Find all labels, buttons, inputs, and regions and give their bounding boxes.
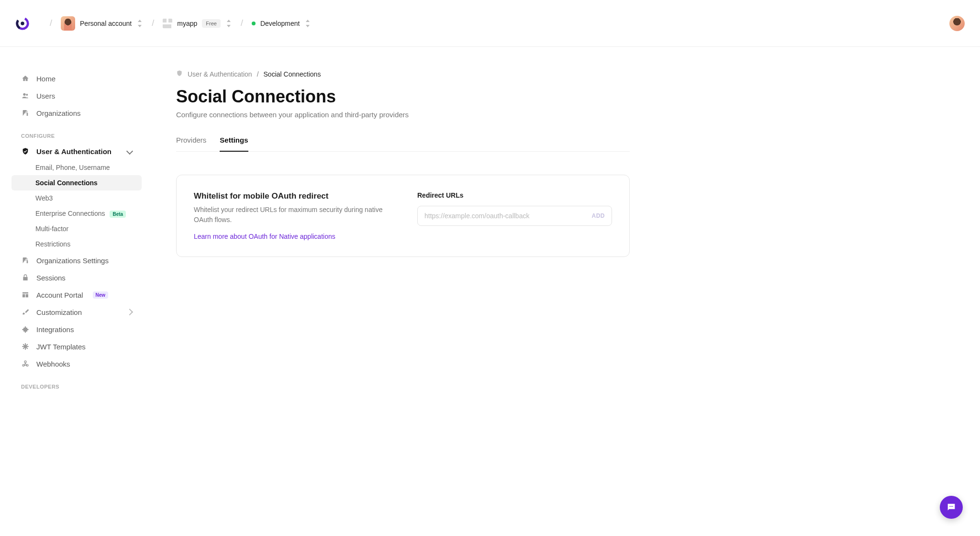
env-switcher[interactable]: Development xyxy=(252,19,312,28)
page-title: Social Connections xyxy=(176,87,630,107)
tab-providers[interactable]: Providers xyxy=(176,136,206,151)
sidebar-sub-label: Restrictions xyxy=(35,240,70,248)
sidebar-item-label: Organizations Settings xyxy=(36,257,109,265)
sidebar-item-label: Integrations xyxy=(36,325,74,334)
sidebar-item-label: Users xyxy=(36,92,55,100)
sidebar-section-configure: CONFIGURE xyxy=(11,122,142,143)
chevron-down-icon xyxy=(126,148,133,155)
new-badge: New xyxy=(93,291,109,299)
updown-icon xyxy=(136,19,143,28)
breadcrumb-current: Social Connections xyxy=(264,70,321,78)
beta-badge: Beta xyxy=(110,211,126,218)
breadcrumb-sep: / xyxy=(50,18,52,28)
main-content: User & Authentication / Social Connectio… xyxy=(153,47,660,393)
updown-icon xyxy=(225,19,232,28)
sidebar-item-label: Home xyxy=(36,75,56,83)
card-title: Whitelist for mobile OAuth redirect xyxy=(194,191,389,201)
card-description: Whitelist your redirect URLs for maximum… xyxy=(194,205,389,225)
shield-icon xyxy=(176,70,183,78)
tab-settings[interactable]: Settings xyxy=(220,136,248,152)
sidebar-item-users[interactable]: Users xyxy=(11,87,142,104)
updown-icon xyxy=(304,19,311,28)
sidebar-item-label: Webhooks xyxy=(36,360,70,368)
home-icon xyxy=(21,74,30,83)
chevron-right-icon xyxy=(126,309,133,315)
svg-point-4 xyxy=(26,94,28,96)
sidebar-item-portal[interactable]: Account Portal New xyxy=(11,286,142,303)
sidebar-item-label: Organizations xyxy=(36,109,81,117)
sidebar-sub-enterprise[interactable]: Enterprise Connections Beta xyxy=(11,206,142,221)
sidebar-sub-label: Email, Phone, Username xyxy=(35,164,110,171)
sidebar-item-customization[interactable]: Customization xyxy=(11,303,142,321)
tabs: Providers Settings xyxy=(176,136,630,152)
breadcrumb-parent[interactable]: User & Authentication xyxy=(188,70,252,78)
sidebar-item-sessions[interactable]: Sessions xyxy=(11,269,142,286)
sidebar-item-label: Customization xyxy=(36,308,82,316)
user-avatar[interactable] xyxy=(949,16,965,31)
webhook-icon xyxy=(21,359,30,368)
redirect-url-input-row: ADD xyxy=(417,206,612,226)
lock-icon xyxy=(21,273,30,282)
redirect-url-input[interactable] xyxy=(424,212,592,220)
sidebar-item-label: JWT Templates xyxy=(36,343,86,351)
sidebar-item-org-settings[interactable]: Organizations Settings xyxy=(11,252,142,269)
breadcrumb-sep: / xyxy=(257,70,259,78)
app-icon xyxy=(163,19,172,28)
sidebar-item-home[interactable]: Home xyxy=(11,70,142,87)
sidebar-sub-restrictions[interactable]: Restrictions xyxy=(11,236,142,252)
building-icon xyxy=(21,109,30,117)
sidebar-sub-label: Web3 xyxy=(35,194,53,202)
sidebar-sub-label: Enterprise Connections xyxy=(35,210,105,217)
whitelist-card: Whitelist for mobile OAuth redirect Whit… xyxy=(176,175,630,257)
asterisk-icon xyxy=(21,342,30,351)
app-label: myapp xyxy=(177,20,197,27)
paint-icon xyxy=(21,308,30,316)
learn-more-link[interactable]: Learn more about OAuth for Native applic… xyxy=(194,233,335,240)
sidebar-item-organizations[interactable]: Organizations xyxy=(11,104,142,122)
account-label: Personal account xyxy=(80,20,132,27)
breadcrumb-sep: / xyxy=(241,18,243,28)
env-label: Development xyxy=(260,20,300,27)
svg-point-2 xyxy=(21,22,24,25)
sidebar-sub-label: Social Connections xyxy=(35,179,98,187)
account-switcher[interactable]: Personal account xyxy=(61,16,143,31)
sidebar-item-user-auth[interactable]: User & Authentication xyxy=(11,143,142,160)
sidebar-item-label: User & Authentication xyxy=(36,147,111,156)
plan-badge: Free xyxy=(202,19,221,28)
sidebar: Home Users Organizations CONFIGURE User … xyxy=(0,47,153,393)
sidebar-sub-social[interactable]: Social Connections xyxy=(11,175,142,190)
sidebar-item-jwt[interactable]: JWT Templates xyxy=(11,338,142,355)
sidebar-sub-email[interactable]: Email, Phone, Username xyxy=(11,160,142,175)
sidebar-item-webhooks[interactable]: Webhooks xyxy=(11,355,142,372)
breadcrumb: User & Authentication / Social Connectio… xyxy=(176,70,630,78)
puzzle-icon xyxy=(21,325,30,334)
svg-point-3 xyxy=(23,93,25,96)
sidebar-sub-mfa[interactable]: Multi-factor xyxy=(11,221,142,236)
svg-rect-6 xyxy=(22,294,25,298)
sidebar-item-label: Sessions xyxy=(36,274,66,282)
redirect-urls-label: Redirect URLs xyxy=(417,191,612,199)
page-subtitle: Configure connections between your appli… xyxy=(176,111,630,119)
svg-point-10 xyxy=(24,361,26,363)
breadcrumb-sep: / xyxy=(152,18,154,28)
building-icon xyxy=(21,256,30,265)
svg-rect-5 xyxy=(22,292,28,294)
sidebar-sub-label: Multi-factor xyxy=(35,225,68,233)
sidebar-item-integrations[interactable]: Integrations xyxy=(11,321,142,338)
layout-icon xyxy=(21,290,30,299)
env-status-dot xyxy=(252,22,256,25)
top-header: / Personal account / myapp Free / Develo… xyxy=(0,0,980,47)
sidebar-section-developers: DEVELOPERS xyxy=(11,372,142,393)
sidebar-item-label: Account Portal xyxy=(36,291,83,299)
brand-logo[interactable] xyxy=(15,16,30,31)
svg-rect-7 xyxy=(26,294,28,298)
users-icon xyxy=(21,91,30,100)
app-switcher[interactable]: myapp Free xyxy=(163,19,232,28)
add-button[interactable]: ADD xyxy=(592,212,605,219)
shield-icon xyxy=(21,147,30,156)
sidebar-sub-web3[interactable]: Web3 xyxy=(11,190,142,206)
account-avatar xyxy=(61,16,75,31)
